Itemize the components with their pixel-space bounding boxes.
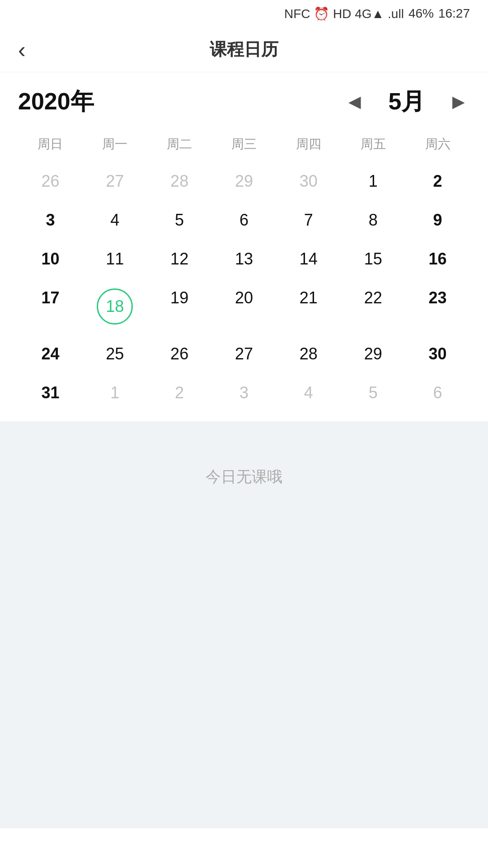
day-cell-1-0[interactable]: 3 — [18, 201, 83, 240]
day-cell-5-3[interactable]: 3 — [212, 373, 277, 412]
day-cell-2-4[interactable]: 14 — [276, 240, 341, 278]
day-cell-0-2[interactable]: 28 — [147, 162, 212, 201]
prev-month-button[interactable]: ◀ — [343, 92, 366, 111]
day-number: 22 — [364, 288, 382, 307]
weekday-4: 周四 — [276, 131, 341, 157]
day-number: 12 — [170, 250, 188, 269]
day-cell-4-6[interactable]: 30 — [405, 335, 470, 373]
day-cell-0-3[interactable]: 29 — [212, 162, 277, 201]
day-cell-5-0[interactable]: 31 — [18, 373, 83, 412]
day-number: 2 — [175, 383, 184, 402]
day-number: 21 — [300, 288, 318, 307]
month-navigation: 2020年 ◀ 5月 ▶ — [18, 86, 470, 118]
page-title: 课程日历 — [210, 38, 278, 61]
day-number: 13 — [235, 250, 253, 269]
weekday-3: 周三 — [212, 131, 277, 157]
status-icons: NFC ⏰ HD 4G▲ .ull 46% 16:27 — [284, 6, 470, 21]
day-number: 19 — [170, 288, 188, 307]
day-number: 27 — [235, 344, 253, 363]
day-cell-4-4[interactable]: 28 — [276, 335, 341, 373]
calendar-container: 2020年 ◀ 5月 ▶ 周日周一周二周三周四周五周六 262728293012… — [0, 72, 488, 421]
day-cell-1-2[interactable]: 5 — [147, 201, 212, 240]
day-cell-0-5[interactable]: 1 — [341, 162, 405, 201]
day-cell-4-0[interactable]: 24 — [18, 335, 83, 373]
day-number: 30 — [429, 344, 447, 363]
day-cell-1-4[interactable]: 7 — [276, 201, 341, 240]
day-number: 31 — [41, 383, 59, 402]
day-number: 9 — [433, 211, 442, 230]
day-cell-3-6[interactable]: 23 — [405, 278, 470, 335]
day-cell-5-6[interactable]: 6 — [405, 373, 470, 412]
day-cell-2-2[interactable]: 12 — [147, 240, 212, 278]
day-cell-4-5[interactable]: 29 — [341, 335, 405, 373]
day-number: 5 — [369, 383, 378, 402]
day-number: 4 — [304, 383, 313, 402]
day-number: 30 — [300, 172, 318, 191]
day-cell-3-2[interactable]: 19 — [147, 278, 212, 335]
header: ‹ 课程日历 — [0, 27, 488, 72]
day-number: 11 — [106, 250, 124, 269]
year-label: 2020年 — [18, 86, 94, 118]
day-cell-4-3[interactable]: 27 — [212, 335, 277, 373]
day-cell-4-2[interactable]: 26 — [147, 335, 212, 373]
day-number: 2 — [433, 172, 442, 191]
weekday-5: 周五 — [341, 131, 405, 157]
day-number: 6 — [433, 383, 442, 402]
day-number: 10 — [41, 250, 59, 269]
day-cell-3-1[interactable]: 18 — [83, 278, 147, 335]
day-cell-0-4[interactable]: 30 — [276, 162, 341, 201]
day-number: 1 — [369, 172, 378, 191]
status-bar: NFC ⏰ HD 4G▲ .ull 46% 16:27 — [0, 0, 488, 27]
status-signal: NFC ⏰ HD 4G▲ .ull — [284, 6, 404, 21]
day-number: 24 — [41, 344, 59, 363]
day-number: 23 — [429, 288, 447, 307]
day-cell-5-5[interactable]: 5 — [341, 373, 405, 412]
weekday-6: 周六 — [405, 131, 470, 157]
day-cell-1-3[interactable]: 6 — [212, 201, 277, 240]
day-number: 26 — [170, 344, 188, 363]
day-cell-2-3[interactable]: 13 — [212, 240, 277, 278]
day-number: 7 — [304, 211, 313, 230]
day-number: 5 — [175, 211, 184, 230]
day-cell-0-0[interactable]: 26 — [18, 162, 83, 201]
day-cell-1-6[interactable]: 9 — [405, 201, 470, 240]
day-cell-3-4[interactable]: 21 — [276, 278, 341, 335]
day-cell-5-4[interactable]: 4 — [276, 373, 341, 412]
day-cell-3-5[interactable]: 22 — [341, 278, 405, 335]
day-cell-2-5[interactable]: 15 — [341, 240, 405, 278]
day-number: 20 — [235, 288, 253, 307]
day-cell-3-0[interactable]: 17 — [18, 278, 83, 335]
day-cell-0-6[interactable]: 2 — [405, 162, 470, 201]
day-number: 26 — [41, 172, 59, 191]
day-number: 4 — [110, 211, 119, 230]
day-number: 6 — [239, 211, 249, 230]
day-cell-5-2[interactable]: 2 — [147, 373, 212, 412]
status-time: 16:27 — [438, 6, 470, 21]
day-cell-2-0[interactable]: 10 — [18, 240, 83, 278]
weekday-0: 周日 — [18, 131, 83, 157]
day-number: 27 — [106, 172, 124, 191]
day-cell-2-6[interactable]: 16 — [405, 240, 470, 278]
day-number: 16 — [429, 250, 447, 269]
no-course-text: 今日无课哦 — [206, 467, 282, 487]
back-button[interactable]: ‹ — [18, 38, 26, 61]
day-cell-1-1[interactable]: 4 — [83, 201, 147, 240]
day-cell-2-1[interactable]: 11 — [83, 240, 147, 278]
day-cell-5-1[interactable]: 1 — [83, 373, 147, 412]
day-number: 1 — [110, 383, 119, 402]
day-number: 29 — [235, 172, 253, 191]
day-cell-4-1[interactable]: 25 — [83, 335, 147, 373]
day-number: 29 — [364, 344, 382, 363]
next-month-button[interactable]: ▶ — [447, 92, 470, 111]
day-number: 15 — [364, 250, 382, 269]
month-label: 5月 — [380, 86, 434, 118]
day-cell-1-5[interactable]: 8 — [341, 201, 405, 240]
day-number: 17 — [41, 288, 59, 307]
day-cell-3-3[interactable]: 20 — [212, 278, 277, 335]
weekday-row: 周日周一周二周三周四周五周六 — [18, 131, 470, 157]
calendar-grid: 2627282930123456789101112131415161718192… — [18, 162, 470, 412]
day-cell-0-1[interactable]: 27 — [83, 162, 147, 201]
status-battery: 46% — [408, 6, 434, 21]
day-number: 8 — [369, 211, 378, 230]
day-number: 3 — [239, 383, 249, 402]
